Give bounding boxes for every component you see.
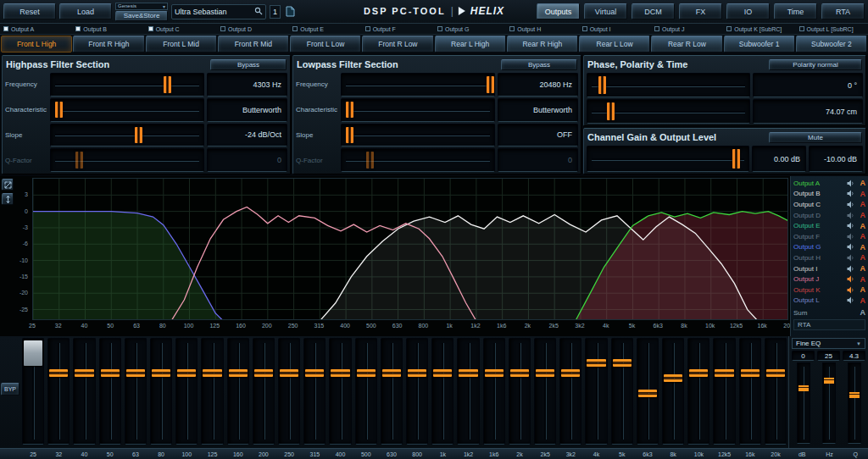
eq-band-slider[interactable]	[457, 338, 479, 445]
eq-band-handle[interactable]	[664, 374, 682, 382]
eq-band-slider[interactable]	[739, 338, 761, 445]
eq-band-slider[interactable]	[99, 338, 121, 445]
eq-band-slider[interactable]	[253, 338, 275, 445]
speaker-icon[interactable]	[847, 233, 855, 241]
eq-band-slider[interactable]	[534, 338, 556, 445]
output-list-row-output-k[interactable]: Output KA	[793, 285, 865, 296]
eq-band-handle[interactable]	[485, 369, 504, 377]
sum-row[interactable]: SumA	[793, 307, 865, 318]
reset-button[interactable]: Reset	[3, 3, 56, 19]
eq-band-slider[interactable]	[637, 338, 659, 445]
zoom-expand-button[interactable]	[2, 179, 14, 191]
output-list-row-output-l[interactable]: Output LA	[793, 296, 865, 307]
speaker-icon[interactable]	[847, 222, 855, 230]
eq-band-slider[interactable]	[125, 338, 147, 445]
zoom-vertical-button[interactable]	[2, 193, 14, 205]
output-list-row-output-a[interactable]: Output AA	[793, 178, 865, 189]
channel-gain-handle[interactable]	[732, 149, 740, 168]
highpass-bypass-button[interactable]: Bypass	[210, 59, 287, 70]
eq-band-slider[interactable]	[765, 338, 787, 445]
eq-band-handle[interactable]	[49, 369, 68, 377]
eq-band-slider[interactable]	[73, 338, 95, 445]
channel-tab-front-r-mid[interactable]: Front R Mid	[218, 36, 289, 53]
lowpass-slider-handle[interactable]	[366, 152, 374, 169]
speaker-icon[interactable]	[847, 190, 855, 197]
eq-band-slider[interactable]	[585, 338, 607, 445]
speaker-icon[interactable]	[847, 243, 855, 251]
eq-band-slider[interactable]	[47, 338, 70, 445]
eq-band-handle[interactable]	[177, 369, 196, 377]
rta-row[interactable]: RTA	[793, 319, 865, 330]
channel-tab-rear-l-high[interactable]: Rear L High	[435, 36, 506, 53]
nav-dcm[interactable]: DCM	[632, 3, 675, 19]
eq-band-handle[interactable]	[741, 369, 760, 377]
eq-band-handle[interactable]	[382, 369, 401, 377]
output-list-row-output-g[interactable]: Output GA	[793, 242, 865, 253]
eq-band-handle[interactable]	[152, 369, 170, 377]
channel-tab-front-l-high[interactable]: Front L High	[1, 36, 72, 53]
output-enable-output-e[interactable]: Output E	[289, 24, 361, 34]
eq-band-handle[interactable]	[254, 369, 273, 377]
output-enable-output-b[interactable]: Output B	[72, 24, 144, 34]
speaker-icon[interactable]	[847, 275, 855, 283]
eq-band-slider[interactable]	[227, 338, 249, 445]
output-enable-output-d[interactable]: Output D	[217, 24, 289, 34]
eq-band-handle[interactable]	[357, 369, 376, 377]
mute-button[interactable]: Mute	[769, 132, 862, 143]
output-enable-output-k-subrc[interactable]: Output K [SubRC]	[723, 24, 795, 34]
memory-slot-number[interactable]: 1	[270, 5, 281, 19]
nav-rta[interactable]: RTA	[821, 3, 865, 19]
eq-band-slider[interactable]	[303, 338, 326, 445]
fine-eq-select[interactable]: Fine EQ ▼	[792, 338, 865, 349]
eq-band-handle[interactable]	[459, 369, 477, 377]
eq-band-slider[interactable]	[687, 338, 709, 445]
eq-band-handle[interactable]	[638, 390, 657, 397]
lowpass-slider-handle[interactable]	[346, 102, 353, 119]
speaker-icon[interactable]	[847, 265, 855, 273]
eq-band-handle[interactable]	[689, 369, 708, 377]
phase-slider-handle[interactable]	[598, 76, 606, 94]
speaker-icon[interactable]	[847, 212, 855, 219]
output-enable-output-j[interactable]: Output J	[651, 24, 723, 34]
highpass-slider[interactable]	[50, 124, 204, 147]
fine-eq-slider[interactable]	[822, 362, 836, 444]
output-list-row-output-b[interactable]: Output BA	[793, 189, 865, 200]
save-store-button[interactable]: Save&Store	[115, 11, 168, 21]
highpass-slider[interactable]	[50, 98, 204, 122]
response-plot[interactable]	[32, 178, 788, 320]
lowpass-slider-handle[interactable]	[346, 127, 353, 144]
nav-io[interactable]: IO	[726, 3, 770, 19]
output-enable-output-a[interactable]: Output A	[0, 24, 72, 34]
eq-band-slider[interactable]	[22, 338, 44, 445]
channel-tab-rear-r-low[interactable]: Rear R Low	[651, 36, 722, 53]
channel-tab-front-r-low[interactable]: Front R Low	[362, 36, 433, 53]
highpass-slider-handle[interactable]	[135, 127, 142, 144]
highpass-slider-handle[interactable]	[55, 102, 63, 119]
lowpass-slider[interactable]	[341, 124, 495, 147]
fine-eq-handle[interactable]	[824, 378, 834, 384]
polarity-toggle-button[interactable]: Polarity normal	[769, 59, 862, 70]
output-enable-output-h[interactable]: Output H	[506, 24, 578, 34]
eq-band-handle[interactable]	[715, 369, 733, 377]
eq-band-handle[interactable]	[587, 359, 605, 367]
eq-band-slider[interactable]	[201, 338, 223, 445]
output-list-row-output-h[interactable]: Output HA	[793, 252, 865, 263]
channel-tab-front-l-mid[interactable]: Front L Mid	[146, 36, 217, 53]
output-enable-output-c[interactable]: Output C	[145, 24, 217, 34]
lowpass-slider[interactable]	[341, 148, 495, 172]
channel-gain-slider[interactable]	[587, 146, 749, 172]
phase-slider[interactable]	[587, 99, 750, 124]
output-list-row-output-j[interactable]: Output JA	[793, 274, 865, 285]
eq-band-slider[interactable]	[611, 338, 633, 445]
eq-band-handle[interactable]	[24, 340, 42, 366]
eq-band-slider[interactable]	[278, 338, 300, 445]
phase-slider-handle[interactable]	[607, 102, 615, 120]
output-list-row-output-c[interactable]: Output CA	[793, 199, 865, 210]
eq-band-slider[interactable]	[431, 338, 453, 445]
speaker-icon[interactable]	[847, 286, 855, 294]
search-icon[interactable]	[254, 7, 263, 17]
fine-eq-slider[interactable]	[797, 362, 810, 444]
edit-document-icon[interactable]	[284, 5, 296, 19]
eq-band-handle[interactable]	[101, 369, 120, 377]
channel-tab-front-r-high[interactable]: Front R High	[73, 36, 144, 53]
